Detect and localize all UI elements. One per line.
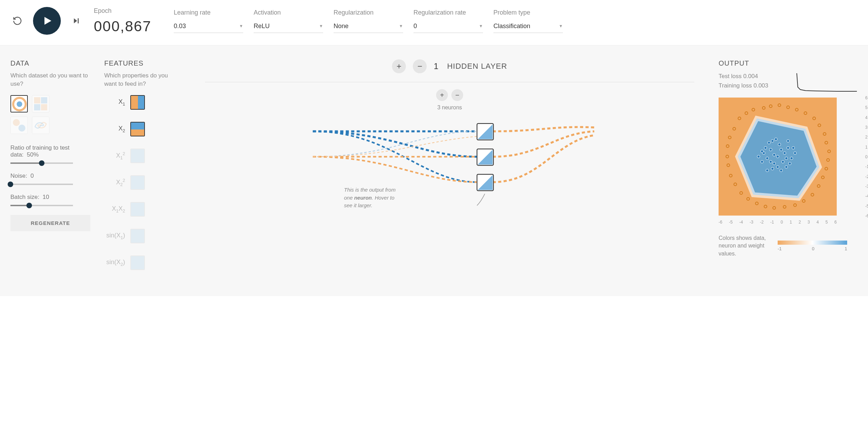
- regenerate-button[interactable]: REGENERATE: [10, 215, 90, 231]
- svg-rect-17: [131, 203, 145, 217]
- loss-chart: [795, 72, 858, 92]
- feature-label: X12: [104, 151, 125, 160]
- svg-point-72: [787, 146, 789, 149]
- feature-row: X22: [104, 175, 181, 190]
- feature-row: sin(X1): [104, 229, 181, 243]
- svg-rect-13: [131, 123, 145, 129]
- output-plot-wrapper: 6543210-1-2-3-4-5-6 -6-5-4-3-2-10123456: [719, 98, 858, 217]
- feature-thumbnail[interactable]: [130, 202, 145, 217]
- svg-point-68: [783, 152, 786, 154]
- add-neuron-button[interactable]: +: [436, 89, 448, 101]
- feature-thumbnail[interactable]: [130, 95, 145, 110]
- playback-controls: [10, 7, 83, 35]
- svg-point-83: [757, 155, 760, 158]
- caret-icon: ▼: [399, 24, 403, 28]
- step-button[interactable]: [69, 14, 83, 28]
- data-subtext: Which dataset do you want to use?: [10, 72, 90, 88]
- output-heading: OUTPUT: [719, 59, 858, 67]
- feature-thumbnail[interactable]: [130, 255, 145, 270]
- feature-thumbnail[interactable]: [130, 122, 145, 136]
- hidden-neuron-1[interactable]: [477, 124, 493, 140]
- svg-point-87: [780, 148, 783, 151]
- svg-rect-14: [131, 129, 145, 136]
- activation-select[interactable]: ReLU ▼: [254, 20, 323, 33]
- svg-point-4: [17, 101, 22, 107]
- activation-param: Activation ReLU ▼: [254, 9, 323, 33]
- network-diagram: [195, 118, 705, 274]
- feature-thumbnail[interactable]: [130, 175, 145, 190]
- svg-rect-18: [131, 229, 145, 243]
- noise-slider[interactable]: [10, 184, 73, 185]
- svg-rect-11: [131, 96, 138, 110]
- feature-label: X1X2: [104, 205, 125, 213]
- add-layer-button[interactable]: +: [392, 59, 406, 73]
- feature-label: X2: [104, 125, 125, 133]
- svg-point-67: [769, 148, 772, 151]
- svg-point-89: [785, 157, 788, 160]
- neuron-controls: + −: [195, 89, 705, 101]
- feature-thumbnail[interactable]: [130, 229, 145, 243]
- layer-title: HIDDEN LAYER: [447, 62, 507, 71]
- hidden-neuron-2[interactable]: [477, 149, 493, 165]
- loss-row: Test loss 0.004 Training loss 0.003: [719, 72, 858, 92]
- color-legend: Colors shows data, neuron and weight val…: [719, 234, 858, 258]
- neuron-count: 3 neurons: [195, 104, 705, 111]
- svg-rect-8: [41, 104, 47, 110]
- svg-point-95: [771, 140, 774, 142]
- features-subtext: Which properties do you want to feed in?: [104, 72, 181, 88]
- problem-type-select[interactable]: Classification ▼: [493, 20, 563, 33]
- caret-icon: ▼: [559, 24, 563, 28]
- topbar: Epoch 000,867 Learning rate 0.03 ▼ Activ…: [0, 0, 868, 45]
- regularization-rate-value: 0: [413, 23, 417, 30]
- remove-layer-button[interactable]: −: [413, 59, 427, 73]
- svg-point-70: [766, 157, 769, 160]
- svg-rect-5: [34, 97, 40, 103]
- loss-text: Test loss 0.004 Training loss 0.003: [719, 72, 768, 90]
- dataset-circle[interactable]: [10, 95, 28, 112]
- ratio-slider[interactable]: [10, 162, 73, 164]
- legend-text: Colors shows data, neuron and weight val…: [719, 234, 771, 258]
- batch-slider[interactable]: [10, 205, 73, 206]
- svg-rect-15: [131, 149, 145, 163]
- layer-count: 1: [434, 61, 438, 71]
- dataset-spiral[interactable]: [32, 117, 49, 134]
- features-heading: FEATURES: [104, 59, 181, 67]
- legend-gradient: -1 0 1: [778, 241, 847, 251]
- svg-point-71: [781, 160, 784, 163]
- remove-neuron-button[interactable]: −: [451, 89, 463, 101]
- step-forward-icon: [73, 17, 80, 25]
- svg-point-93: [761, 150, 763, 153]
- svg-point-74: [778, 143, 781, 146]
- feature-thumbnail[interactable]: [130, 149, 145, 163]
- regularization-rate-param: Regularization rate 0 ▼: [413, 9, 483, 33]
- learning-rate-param: Learning rate 0.03 ▼: [174, 9, 243, 33]
- reset-button[interactable]: [10, 14, 24, 28]
- features-list: X1X2X12X22X1X2sin(X1)sin(X2): [104, 95, 181, 282]
- feature-row: X1: [104, 95, 181, 110]
- learning-rate-label: Learning rate: [174, 9, 243, 16]
- rewind-icon: [13, 16, 22, 26]
- play-button[interactable]: [33, 7, 61, 35]
- svg-point-88: [769, 160, 772, 163]
- regularization-rate-select[interactable]: 0 ▼: [413, 20, 483, 33]
- svg-marker-1: [74, 18, 77, 24]
- layer-header: + − 1 HIDDEN LAYER: [195, 59, 705, 73]
- dataset-gauss[interactable]: [10, 117, 28, 134]
- epoch-display: Epoch 000,867: [94, 7, 163, 35]
- svg-point-77: [768, 141, 770, 144]
- output-plot[interactable]: [719, 98, 837, 216]
- dataset-grid: [10, 95, 90, 134]
- epoch-value: 000,867: [94, 18, 163, 35]
- learning-rate-value: 0.03: [174, 23, 186, 30]
- feature-label: X1: [104, 98, 125, 107]
- dataset-xor[interactable]: [32, 95, 49, 112]
- hidden-neuron-3[interactable]: [477, 174, 493, 191]
- svg-point-78: [785, 166, 788, 168]
- svg-point-9: [13, 119, 20, 126]
- learning-rate-select[interactable]: 0.03 ▼: [174, 20, 243, 33]
- batch-slider-group: Batch size: 10: [10, 194, 90, 206]
- feature-label: X22: [104, 178, 125, 187]
- regularization-select[interactable]: None ▼: [334, 20, 403, 33]
- svg-point-75: [771, 167, 774, 170]
- svg-point-90: [764, 146, 767, 149]
